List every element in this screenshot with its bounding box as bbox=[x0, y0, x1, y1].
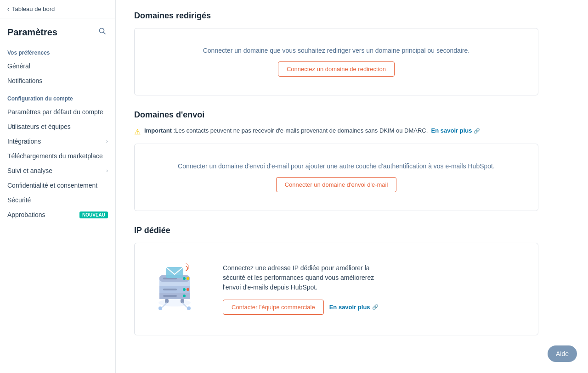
external-link-icon: 🔗 bbox=[474, 128, 480, 134]
server-illustration-svg bbox=[149, 262, 200, 312]
back-label: Tableau de bord bbox=[12, 6, 55, 12]
sidebar-item-notifications-label: Notifications bbox=[7, 77, 108, 84]
contact-sales-button[interactable]: Contacter l'équipe commerciale bbox=[223, 300, 324, 315]
learn-more-link[interactable]: En savoir plus bbox=[431, 127, 472, 134]
help-button[interactable]: Aide bbox=[548, 345, 577, 362]
dkim-warning: ⚠ Important :Les contacts peuvent ne pas… bbox=[134, 127, 538, 136]
redirected-domains-box: Connecter un domaine que vous souhaitez … bbox=[134, 28, 538, 95]
warning-bold: Important bbox=[144, 127, 172, 134]
svg-point-10 bbox=[183, 277, 186, 280]
warning-text: Important :Les contacts peuvent ne pas r… bbox=[144, 127, 480, 134]
sidebar-item-integrations[interactable]: Intégrations › bbox=[0, 134, 115, 149]
connect-sending-domain-button[interactable]: Connecter un domaine d'envoi d'e-mail bbox=[276, 177, 397, 192]
section-label-account: Configuration du compte bbox=[0, 88, 115, 105]
sidebar-item-defaults[interactable]: Paramètres par défaut du compte bbox=[0, 105, 115, 119]
connect-redirect-domain-button[interactable]: Connectez un domaine de redirection bbox=[278, 61, 395, 77]
redirected-domains-title: Domaines redirigés bbox=[134, 11, 538, 21]
search-button[interactable] bbox=[97, 26, 108, 39]
sending-domains-empty-text: Connecter un domaine d'envoi d'e-mail po… bbox=[146, 162, 527, 170]
sidebar-item-notifications[interactable]: Notifications bbox=[0, 73, 115, 88]
sidebar-item-users-label: Utilisateurs et équipes bbox=[7, 123, 108, 130]
section-label-preferences: Vos préférences bbox=[0, 42, 115, 59]
redirected-domains-empty-text: Connecter un domaine que vous souhaitez … bbox=[146, 47, 527, 54]
search-icon bbox=[99, 28, 106, 35]
sidebar-item-marketplace-label: Téléchargements du marketplace bbox=[7, 152, 108, 160]
main-content: Domaines redirigés Connecter un domaine … bbox=[116, 0, 588, 373]
learn-more-ip-label: En savoir plus bbox=[329, 304, 370, 311]
sidebar-item-privacy[interactable]: Confidentialité et consentement bbox=[0, 178, 115, 193]
external-link-icon-2: 🔗 bbox=[372, 304, 379, 310]
svg-rect-8 bbox=[163, 289, 177, 290]
dedicated-ip-box: Connectez une adresse IP dédiée pour amé… bbox=[134, 243, 538, 335]
sidebar-item-defaults-label: Paramètres par défaut du compte bbox=[7, 108, 108, 116]
svg-line-1 bbox=[104, 33, 106, 34]
svg-rect-16 bbox=[165, 299, 169, 303]
svg-point-11 bbox=[187, 277, 189, 280]
ip-actions: Contacter l'équipe commerciale En savoir… bbox=[223, 300, 523, 315]
svg-point-2 bbox=[158, 299, 191, 306]
svg-point-14 bbox=[183, 295, 186, 297]
sidebar-item-integrations-label: Intégrations bbox=[7, 138, 106, 145]
sidebar-item-security-label: Sécurité bbox=[7, 196, 108, 204]
sidebar-item-security[interactable]: Sécurité bbox=[0, 193, 115, 207]
svg-point-20 bbox=[158, 306, 162, 310]
sending-domains-box: Connecter un domaine d'envoi d'e-mail po… bbox=[134, 144, 538, 211]
chevron-left-icon: ‹ bbox=[7, 6, 9, 12]
sidebar-item-approvals[interactable]: Approbations NOUVEAU bbox=[0, 207, 115, 222]
dedicated-ip-description: Connectez une adresse IP dédiée pour amé… bbox=[223, 263, 523, 292]
svg-rect-9 bbox=[163, 295, 177, 297]
sidebar-item-users[interactable]: Utilisateurs et équipes bbox=[0, 119, 115, 134]
sidebar-item-general-label: Général bbox=[7, 62, 108, 70]
sidebar: ‹ Tableau de bord Paramètres Vos préfére… bbox=[0, 0, 116, 373]
new-badge: NOUVEAU bbox=[79, 212, 108, 218]
warning-icon: ⚠ bbox=[134, 128, 141, 136]
svg-point-12 bbox=[183, 288, 186, 291]
sidebar-header: Paramètres bbox=[0, 18, 115, 42]
dedicated-ip-text: Connectez une adresse IP dédiée pour amé… bbox=[223, 263, 523, 315]
ip-illustration bbox=[149, 262, 204, 317]
chevron-right-icon-2: › bbox=[106, 167, 108, 174]
warning-body: :Les contacts peuvent ne pas recevoir d'… bbox=[172, 127, 428, 134]
svg-point-13 bbox=[187, 288, 189, 291]
sidebar-item-tracking-label: Suivi et analyse bbox=[7, 167, 106, 174]
sidebar-title: Paramètres bbox=[7, 27, 57, 38]
chevron-right-icon: › bbox=[106, 138, 108, 145]
sidebar-item-general[interactable]: Général bbox=[0, 59, 115, 73]
sidebar-item-approvals-label: Approbations bbox=[7, 211, 79, 218]
back-button[interactable]: ‹ Tableau de bord bbox=[0, 0, 115, 18]
sidebar-item-marketplace[interactable]: Téléchargements du marketplace bbox=[0, 149, 115, 163]
sending-domains-title: Domaines d'envoi bbox=[134, 110, 538, 120]
learn-more-ip-link[interactable]: En savoir plus 🔗 bbox=[329, 304, 379, 311]
svg-point-21 bbox=[187, 306, 191, 310]
svg-rect-17 bbox=[181, 299, 184, 303]
sidebar-item-privacy-label: Confidentialité et consentement bbox=[7, 182, 108, 189]
dedicated-ip-title: IP dédiée bbox=[134, 226, 538, 235]
sidebar-item-tracking[interactable]: Suivi et analyse › bbox=[0, 163, 115, 178]
